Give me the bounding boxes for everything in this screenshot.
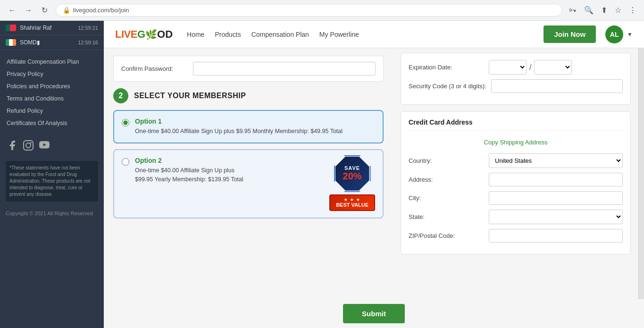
user-time-1: 12:59:21 [78, 25, 98, 31]
expiration-label: Expiration Date: [409, 64, 484, 71]
browser-chrome: ← → ↻ 🔒 livegood.com/bo/join 🗝 🔍 ⬆ ☆ ⋮ [0, 0, 644, 21]
city-input[interactable] [489, 191, 623, 205]
zip-row: ZIP/Postal Code: [409, 229, 623, 243]
sidebar-copyright: Copyright © 2021 All Rights Reserved [6, 210, 98, 217]
logo[interactable]: LIVE G 🌿 OD [115, 28, 173, 41]
confirm-password-label: Confirm Password: [121, 65, 187, 72]
sidebar-item-policies[interactable]: Policies and Procedures [0, 80, 104, 93]
address-input[interactable] [489, 173, 623, 186]
right-panel: Expiration Date: 01020304 05060708 09101… [393, 48, 638, 299]
join-now-button[interactable]: Join Now [544, 25, 596, 43]
sidebar-item-affiliate-comp[interactable]: Affiliate Compensation Plan [0, 56, 104, 68]
menu-icon[interactable]: ⋮ [627, 4, 638, 17]
form-section: Confirm Password: 2 SELECT YOUR MEMBERSH… [104, 48, 393, 299]
city-row: City: [409, 191, 623, 205]
security-code-input[interactable] [491, 79, 623, 93]
state-select[interactable]: AlabamaAlaskaArizona CaliforniaColoradoF… [489, 210, 623, 224]
logo-ood: OD [157, 28, 173, 41]
option-2-name: Option 2 [135, 157, 319, 164]
state-label: State: [409, 213, 484, 220]
youtube-icon[interactable] [39, 140, 50, 152]
sidebar: Shahriar Raf 12:59:21 SOMD▮ 12:59:16 Aff… [0, 21, 104, 328]
sidebar-disclaimer: *These statements have not been evaluate… [6, 161, 98, 202]
option-2-radio[interactable] [122, 158, 129, 166]
facebook-icon[interactable] [7, 140, 18, 152]
save-word: SAVE [343, 165, 362, 171]
expiry-month-select[interactable]: 01020304 05060708 09101112 [489, 60, 527, 75]
membership-section-header: 2 SELECT YOUR MEMBERSHIP [113, 88, 384, 103]
option-2-desc-line1: One-time $40.00 Affiliate Sign Up plus [135, 166, 319, 175]
option-1-radio[interactable] [122, 119, 129, 126]
sidebar-user-2: SOMD▮ 12:59:16 [0, 35, 104, 50]
user-avatar[interactable]: AL [605, 25, 623, 43]
dropdown-arrow-icon[interactable]: ▼ [627, 31, 633, 38]
user-name-1: Shahriar Raf [20, 25, 74, 31]
confirm-password-row: Confirm Password: [113, 56, 384, 82]
nav-products[interactable]: Products [215, 31, 241, 38]
step-2-circle: 2 [113, 88, 128, 103]
flag-ireland [6, 39, 16, 46]
credit-card-address-section: Credit Card Address Copy Shipping Addres… [401, 111, 631, 254]
nav-powerline[interactable]: My Powerline [319, 31, 359, 38]
forward-button[interactable]: → [22, 4, 35, 17]
submit-area: Submit [104, 299, 644, 328]
submit-button[interactable]: Submit [343, 304, 405, 323]
sidebar-item-refund[interactable]: Refund Policy [0, 105, 104, 117]
nav-compensation[interactable]: Compensation Plan [251, 31, 309, 38]
share-icon[interactable]: ⬆ [599, 4, 609, 17]
zip-label: ZIP/Postal Code: [409, 232, 484, 239]
nav-home[interactable]: Home [187, 31, 204, 38]
address-row: Address: [409, 173, 623, 186]
page-wrapper: Shahriar Raf 12:59:21 SOMD▮ 12:59:16 Aff… [0, 21, 644, 328]
browser-nav-buttons: ← → ↻ [6, 4, 51, 17]
nav-links: Home Products Compensation Plan My Power… [187, 31, 544, 38]
city-label: City: [409, 194, 484, 202]
address-section-title: Credit Card Address [409, 118, 623, 130]
option-1-content: Option 1 One-time $40.00 Affiliate Sign … [135, 118, 375, 136]
logo-live: LIVE [115, 28, 137, 41]
refresh-button[interactable]: ↻ [38, 4, 51, 17]
logo-leaf-icon: 🌿 [145, 30, 157, 39]
expiry-slash: / [529, 63, 531, 72]
content-body: Confirm Password: 2 SELECT YOUR MEMBERSH… [104, 48, 644, 299]
membership-section-title: SELECT YOUR MEMBERSHIP [134, 92, 246, 100]
confirm-password-input[interactable] [193, 62, 376, 76]
option-2-content: Option 2 One-time $40.00 Affiliate Sign … [135, 157, 319, 184]
address-bar[interactable]: 🔒 livegood.com/bo/join [56, 4, 562, 17]
flag-bangladesh [6, 25, 16, 31]
option-1-card[interactable]: Option 1 One-time $40.00 Affiliate Sign … [113, 110, 384, 143]
best-value-badge: ★ ★ ★ BEST VALUE [329, 194, 375, 211]
svg-rect-0 [24, 141, 33, 150]
sidebar-nav: Affiliate Compensation Plan Privacy Poli… [0, 50, 104, 135]
expiry-selects: 01020304 05060708 09101112 / 20242025202… [489, 60, 572, 75]
save-percent: 20% [343, 171, 362, 182]
url-text: livegood.com/bo/join [73, 7, 129, 14]
bookmark-icon[interactable]: ☆ [613, 4, 623, 17]
state-row: State: AlabamaAlaskaArizona CaliforniaCo… [409, 210, 623, 224]
country-select[interactable]: United States Canada United Kingdom Aust… [489, 153, 623, 168]
copy-shipping-address-btn[interactable]: Copy Shipping Address [409, 136, 623, 149]
svg-point-1 [26, 143, 31, 148]
sidebar-item-certificates[interactable]: Certificates Of Analysis [0, 117, 104, 129]
expiration-row: Expiration Date: 01020304 05060708 09101… [409, 60, 623, 75]
sidebar-social [0, 135, 104, 157]
svg-point-2 [30, 142, 32, 143]
key-icon[interactable]: 🗝 [567, 4, 578, 17]
sidebar-item-terms[interactable]: Terms and Conditions [0, 93, 104, 105]
sidebar-item-privacy[interactable]: Privacy Policy [0, 68, 104, 80]
lock-icon: 🔒 [63, 7, 70, 14]
logo-g: G [137, 28, 145, 41]
back-button[interactable]: ← [6, 4, 19, 17]
country-row: Country: United States Canada United Kin… [409, 153, 623, 168]
zoom-icon[interactable]: 🔍 [582, 4, 595, 17]
option-1-name: Option 1 [135, 118, 375, 125]
user-time-2: 12:59:16 [78, 40, 98, 45]
option-2-card[interactable]: Option 2 One-time $40.00 Affiliate Sign … [113, 149, 384, 219]
expiry-year-select[interactable]: 202420252026 2027202820292030 [534, 60, 572, 75]
top-nav: LIVE G 🌿 OD Home Products Compensation P… [104, 21, 644, 48]
instagram-icon[interactable] [23, 140, 34, 152]
address-label: Address: [409, 176, 484, 183]
zip-input[interactable] [489, 229, 623, 243]
scrollbar[interactable] [638, 48, 644, 299]
save-badge: SAVE 20% [335, 157, 369, 191]
